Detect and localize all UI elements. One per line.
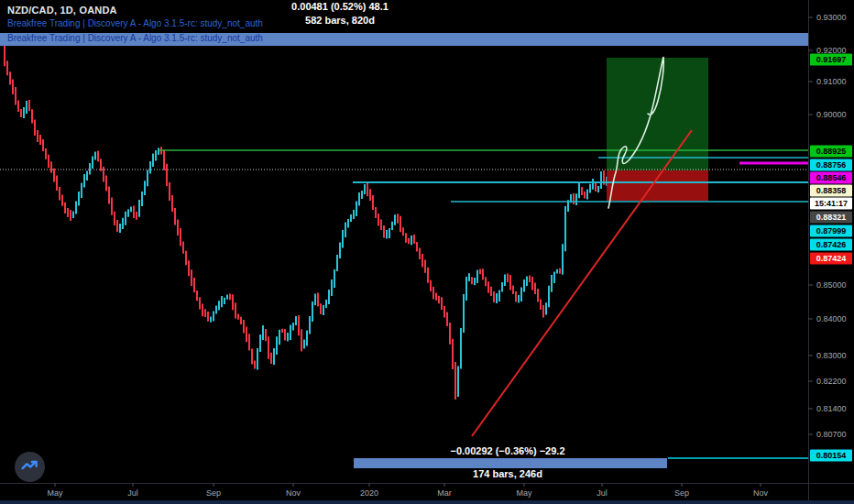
- price-label: 0.87999: [810, 225, 852, 237]
- chart-legend: NZD/CAD, 1D, OANDA Breakfree Trading | D…: [7, 5, 263, 43]
- time-axis-tick: Jul: [597, 488, 608, 498]
- price-axis-tick: 0.81400: [816, 404, 847, 413]
- price-label: 0.88756: [810, 159, 852, 171]
- top-measure-bar-count: 582 bars, 820d: [230, 15, 450, 26]
- time-axis-tick: Nov: [753, 488, 768, 498]
- time-axis-tick: Jul: [127, 488, 138, 498]
- price-axis-tick: 0.80700: [816, 430, 847, 439]
- price-label: 0.91697: [810, 54, 852, 66]
- position-loss-box[interactable]: [607, 170, 708, 201]
- price-label: 0.87424: [810, 253, 852, 265]
- top-measure-price-change: 0.00481 (0.52%) 48.1: [230, 1, 450, 12]
- time-axis-tick: Sep: [674, 488, 689, 498]
- price-label: 0.88925: [810, 146, 852, 158]
- price-axis-tick: 0.83000: [816, 351, 847, 360]
- time-axis-tick: May: [47, 488, 62, 498]
- window-bottom-edge: [0, 500, 854, 504]
- price-label: 0.88546: [810, 172, 852, 184]
- time-axis-tick: 2020: [360, 488, 378, 498]
- time-axis-tick: Mar: [437, 488, 452, 498]
- countdown-label: 15:41:17: [810, 198, 852, 210]
- price-label: 0.87426: [810, 239, 852, 251]
- study-row-2[interactable]: Breakfree Trading | Discovery A - Algo 3…: [7, 33, 263, 43]
- price-axis-tick: 0.93000: [816, 13, 847, 22]
- tradingview-chart-window: NZD/CAD, 1D, OANDA Breakfree Trading | D…: [0, 0, 854, 504]
- price-axis-tick: 0.84000: [816, 314, 847, 323]
- tradingview-logo[interactable]: [15, 452, 45, 482]
- bottom-measure-bar-count: 174 bars, 246d: [370, 468, 645, 479]
- chart-canvas[interactable]: [0, 0, 854, 504]
- tradingview-logo-icon: [21, 458, 38, 476]
- top-measure-readout: 0.00481 (0.52%) 48.1 582 bars, 820d: [230, 1, 450, 26]
- study-row-1[interactable]: Breakfree Trading | Discovery A - Algo 3…: [7, 18, 263, 28]
- time-axis-tick: Sep: [206, 488, 221, 498]
- time-axis-tick: May: [516, 488, 531, 498]
- price-axis-tick: 0.82200: [816, 377, 847, 386]
- price-label: 0.80154: [810, 450, 852, 462]
- price-label: 0.88321: [810, 212, 852, 224]
- price-axis-tick: 0.90000: [816, 110, 847, 119]
- bottom-measure-price-change: −0.00292 (−0.36%) −29.2: [370, 445, 645, 456]
- symbol-title[interactable]: NZD/CAD, 1D, OANDA: [7, 5, 263, 16]
- time-axis-tick: Nov: [286, 488, 301, 498]
- bottom-measure-bar: [354, 458, 667, 468]
- price-axis-tick: 0.85000: [816, 280, 847, 290]
- candlesticks: [5, 43, 607, 400]
- position-profit-box[interactable]: [607, 58, 708, 170]
- price-axis-tick: 0.91000: [816, 77, 847, 86]
- price-label: 0.88358: [810, 185, 852, 197]
